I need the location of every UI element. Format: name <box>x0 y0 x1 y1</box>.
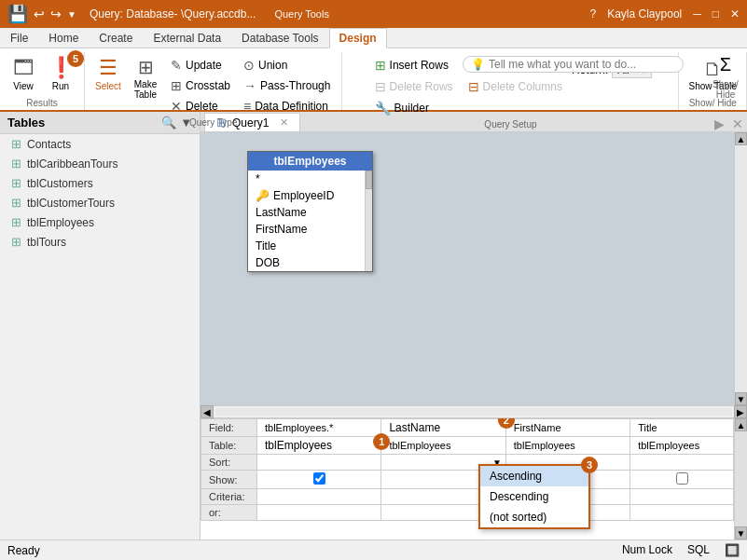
help-icon[interactable]: ? <box>590 7 597 20</box>
grid-scroll-down[interactable]: ▼ <box>735 526 747 540</box>
tab-external-data[interactable]: External Data <box>143 28 231 48</box>
undo-btn[interactable]: ↩ <box>34 7 45 21</box>
quick-access-more[interactable]: ▼ <box>67 9 76 20</box>
tab-scroll-right[interactable]: ▶ <box>711 116 728 131</box>
grid-cell-show-3[interactable] <box>630 471 734 489</box>
field-dob[interactable]: DOB <box>248 254 372 271</box>
grid-cell-or-0[interactable] <box>257 505 381 521</box>
union-button[interactable]: ⊙ Union <box>238 56 336 75</box>
maximize-btn[interactable]: □ <box>712 7 719 20</box>
show-checkbox-3[interactable] <box>676 472 688 485</box>
badge-3: 3 <box>581 457 598 473</box>
grid-cell-table-0[interactable]: tblEmployees 1 <box>257 437 381 455</box>
grid-cell-show-0[interactable] <box>257 471 381 489</box>
field-title[interactable]: Title <box>248 238 372 254</box>
close-btn[interactable]: ✕ <box>730 7 740 20</box>
user-name: Kayla Claypool <box>607 7 682 20</box>
select-button[interactable]: ☰ Select <box>90 54 126 93</box>
delete-rows-button[interactable]: ⊟ Delete Rows <box>369 77 459 96</box>
sidebar-item-caribbeantours[interactable]: ⊞ tblCaribbeanTours <box>0 154 200 173</box>
scroll-down-btn[interactable]: ▼ <box>735 392 747 405</box>
tell-me-input[interactable] <box>489 58 675 71</box>
title-bar-title: Query: Database- \Query.accdb... <box>90 7 256 20</box>
sort-descending[interactable]: Descending <box>480 486 588 507</box>
grid-cell-or-3[interactable] <box>630 505 734 521</box>
star-icon: * <box>256 172 260 185</box>
field-employeeid[interactable]: 🔑 EmployeeID <box>248 187 372 204</box>
insert-rows-button[interactable]: ⊞ Insert Rows <box>369 56 459 75</box>
h-scroll-bar[interactable]: ◀ ▶ <box>201 405 747 418</box>
grid-table-wrapper[interactable]: Field: tblEmployees.* LastName 2 FirstNa… <box>201 418 734 540</box>
tab-home[interactable]: Home <box>38 28 89 48</box>
crosstab-button[interactable]: ⊞ Crosstab <box>165 76 236 95</box>
grid-cell-field-2[interactable]: FirstName <box>505 419 629 437</box>
query-area: ⊞ Query1 ✕ ▶ ✕ ▲ ▼ tblEmployees <box>201 112 747 540</box>
minimize-btn[interactable]: ─ <box>693 7 701 20</box>
tab-create[interactable]: Create <box>89 28 143 48</box>
field-row-label: Field: <box>201 419 257 437</box>
grid-cell-table-1[interactable]: tblEmployees <box>381 437 505 455</box>
sidebar-item-contacts[interactable]: ⊞ Contacts <box>0 134 200 154</box>
scroll-right-btn[interactable]: ▶ <box>734 405 747 418</box>
grid-cell-criteria-0[interactable] <box>257 489 381 505</box>
scroll-up-btn[interactable]: ▲ <box>735 132 747 145</box>
title-bar-right: ? Kayla Claypool ─ □ ✕ <box>590 7 740 20</box>
query-tab-close[interactable]: ✕ <box>280 116 288 129</box>
criteria-row-label: Criteria: <box>201 489 257 505</box>
grid-cell-table-2[interactable]: tblEmployees <box>505 437 629 455</box>
show-checkbox-0[interactable] <box>313 472 325 485</box>
grid-cell-field-3[interactable]: Title <box>630 419 734 437</box>
builder-button[interactable]: 🔧 Builder <box>369 99 459 117</box>
grid-scroll-up[interactable]: ▲ <box>735 418 747 431</box>
customers-table-icon: ⊞ <box>11 176 21 190</box>
pass-through-button[interactable]: → Pass-Through <box>238 76 336 95</box>
tell-me-bar[interactable]: 💡 <box>463 56 684 73</box>
redo-btn[interactable]: ↪ <box>50 7 62 21</box>
table-box-tblEmployees[interactable]: tblEmployees * 🔑 EmployeeID LastName Fir… <box>247 151 373 272</box>
status-bar-right: Num Lock SQL 🔲 <box>622 543 740 557</box>
sort-not-sorted[interactable]: (not sorted) <box>480 507 588 527</box>
grid-cell-field-0[interactable]: tblEmployees.* <box>257 419 381 437</box>
tab-file[interactable]: File <box>0 28 38 48</box>
grid-area: Field: tblEmployees.* LastName 2 FirstNa… <box>201 418 747 540</box>
sidebar-item-tours[interactable]: ⊞ tblTours <box>0 232 200 252</box>
delete-query-button[interactable]: ✕ Delete <box>165 97 236 116</box>
query-setup-group-label: Query Setup <box>484 119 536 130</box>
sort-ascending[interactable]: Ascending <box>480 466 588 486</box>
tours-table-icon: ⊞ <box>11 235 21 249</box>
select-icon: ☰ <box>99 56 118 80</box>
delete-columns-button[interactable]: ⊟ Delete Columns <box>463 77 568 96</box>
grid-cell-criteria-3[interactable] <box>630 489 734 505</box>
run-button[interactable]: ❗ Run 5 <box>43 54 78 93</box>
data-definition-button[interactable]: ≡ Data Definition <box>238 97 336 116</box>
sort-dropdown[interactable]: Ascending Descending (not sorted) 3 <box>478 464 590 529</box>
tab-design[interactable]: Design <box>329 28 387 48</box>
query-type-group: ☰ Select ⊞ MakeTable ✎ Update ⊞ Crosstab <box>85 52 342 110</box>
make-table-button[interactable]: ⊞ MakeTable <box>128 54 163 102</box>
tab-close-all[interactable]: ✕ <box>728 116 747 131</box>
sidebar-search-icon[interactable]: 🔍 <box>161 116 176 130</box>
make-table-icon: ⊞ <box>138 56 154 78</box>
totals-button[interactable]: Σ <box>708 52 743 77</box>
field-lastname[interactable]: LastName <box>248 204 372 221</box>
field-firstname[interactable]: FirstName <box>248 221 372 238</box>
grid-cell-field-1[interactable]: LastName 2 <box>381 419 505 437</box>
grid-field-row: Field: tblEmployees.* LastName 2 FirstNa… <box>201 419 734 437</box>
status-text: Ready <box>7 544 40 557</box>
field-star[interactable]: * <box>248 171 372 187</box>
results-group: 🗔 View ❗ Run 5 Results <box>0 52 85 110</box>
tab-database-tools[interactable]: Database Tools <box>231 28 329 48</box>
sidebar-item-customers[interactable]: ⊞ tblCustomers <box>0 173 200 193</box>
union-icon: ⊙ <box>243 58 255 73</box>
view-button[interactable]: 🗔 View <box>6 54 41 93</box>
grid-cell-sort-0[interactable] <box>257 455 381 471</box>
scroll-left-btn[interactable]: ◀ <box>201 405 214 418</box>
grid-cell-sort-3[interactable] <box>630 455 734 471</box>
grid-cell-table-3[interactable]: tblEmployees <box>630 437 734 455</box>
sidebar-item-employees[interactable]: ⊞ tblEmployees <box>0 212 200 232</box>
grid-v-scroll[interactable]: ▲ ▼ <box>734 418 747 540</box>
update-button[interactable]: ✎ Update <box>165 56 236 75</box>
context-tab-label: Query Tools <box>265 7 339 20</box>
sidebar-item-customertours[interactable]: ⊞ tblCustomerTours <box>0 193 200 212</box>
results-group-label: Results <box>26 98 57 108</box>
